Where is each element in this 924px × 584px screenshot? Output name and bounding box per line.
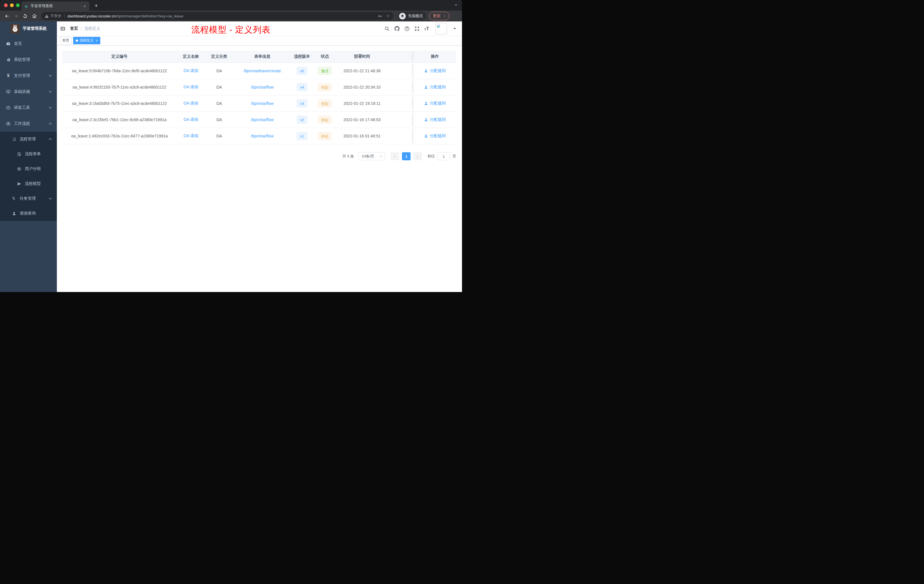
form-link[interactable]: /bpm/oa/flow [251, 134, 274, 138]
definition-name-link[interactable]: OA 请假 [183, 68, 198, 73]
browser-tab[interactable]: 芋道管理系统 × [21, 2, 89, 11]
github-icon[interactable] [394, 26, 400, 31]
assign-rule-button[interactable]: 分配规则 [424, 134, 446, 139]
sidebar-logo[interactable]: 芋道管理系统 [0, 21, 57, 36]
filler-cell [387, 112, 413, 128]
sidebar-item-label: 流程管理 [20, 137, 36, 142]
goto-page-input[interactable] [437, 152, 450, 160]
filler-cell [387, 63, 413, 79]
prev-page-button[interactable]: ‹ [391, 152, 399, 160]
definition-name-link[interactable]: OA 请假 [183, 117, 198, 122]
pagination: 共 5 条 10条/页 ‹ 1 › 前往 页 [62, 152, 456, 160]
zoom-window-button[interactable] [16, 3, 20, 7]
workflow-submenu: 流程管理 流程表单 用户分组 [0, 132, 57, 221]
user-icon [424, 85, 428, 89]
definition-name-link[interactable]: OA 请假 [183, 134, 198, 139]
page-number-button[interactable]: 1 [402, 152, 411, 160]
sidebar-collapse-icon[interactable] [60, 26, 66, 31]
caret-down-icon[interactable] [453, 27, 456, 30]
form-link[interactable]: /bpm/oa/flow [251, 117, 274, 122]
form-link[interactable]: /bpm/oa/leave/create [244, 69, 281, 73]
filler-cell [387, 128, 413, 144]
version-badge: v4 [297, 83, 307, 91]
back-icon[interactable] [3, 12, 11, 20]
tag-process-definition[interactable]: 流程定义 × [73, 37, 100, 44]
sidebar: 芋道管理系统 首页 系统管理 ¥ 支付管理 [0, 21, 57, 292]
filler-cell [387, 96, 413, 111]
avatar[interactable] [436, 23, 447, 34]
new-tab-button[interactable]: + [93, 2, 100, 11]
column-header: 表单信息 [233, 51, 291, 63]
assign-rule-button[interactable]: 分配规则 [424, 68, 446, 73]
address-bar[interactable]: 不安全 dashboard.yudao.iocoder.cn/bpm/manag… [41, 12, 393, 20]
sidebar-item-leave-query[interactable]: 请假查询 [0, 206, 57, 221]
sidebar-item-workflow[interactable]: 工作流程 [0, 116, 57, 132]
sidebar-item-label: 研发工具 [14, 105, 30, 110]
tab-close-icon[interactable]: × [82, 4, 87, 8]
table-row: oa_leave:1:482ec033-762a-11ec-8477-a2380… [62, 128, 456, 144]
search-icon[interactable] [384, 26, 390, 31]
sidebar-item-task-management[interactable]: 任务管理 [0, 191, 57, 206]
minimize-window-button[interactable] [10, 3, 14, 7]
url-text[interactable]: dashboard.yudao.iocoder.cn/bpm/manager/d… [68, 14, 375, 18]
browser-tab-strip: 芋道管理系统 × + [0, 0, 462, 11]
sidebar-item-label: 流程表单 [25, 152, 41, 157]
definition-id: oa_leave:1:482ec033-762a-11ec-8477-a2380… [62, 128, 177, 144]
version-badge: v2 [297, 116, 307, 124]
sidebar-item-process-model[interactable]: 流程模型 [0, 176, 57, 191]
page-unit-label: 页 [452, 154, 456, 159]
assign-rule-button[interactable]: 分配规则 [424, 101, 446, 106]
help-icon[interactable] [404, 26, 410, 31]
sidebar-item-infrastructure[interactable]: 基础设施 [0, 84, 57, 100]
version-badge: v3 [297, 99, 307, 107]
sidebar-item-label: 工作流程 [14, 121, 30, 126]
forward-icon[interactable] [12, 12, 20, 20]
close-window-button[interactable] [4, 3, 8, 7]
tag-home[interactable]: 首页 [60, 37, 72, 44]
sidebar-item-process-form[interactable]: 流程表单 [0, 147, 57, 162]
status-badge: 挂起 [318, 99, 332, 107]
next-page-button[interactable]: › [413, 152, 422, 160]
tag-close-icon[interactable]: × [96, 39, 98, 43]
sidebar-item-user-group[interactable]: 用户分组 [0, 162, 57, 176]
form-link[interactable]: /bpm/oa/flow [251, 85, 274, 89]
home-icon[interactable] [30, 12, 38, 20]
font-size-icon[interactable]: TT [424, 26, 429, 31]
page-size-value: 10条/页 [362, 154, 374, 159]
tab-search-chevron-icon[interactable] [454, 3, 458, 7]
breadcrumb-home[interactable]: 首页 [70, 26, 78, 31]
sidebar-item-payment[interactable]: ¥ 支付管理 [0, 68, 57, 84]
active-tag-dot [76, 40, 78, 42]
pagination-total: 共 5 条 [343, 154, 354, 159]
deploy-time: 2022-01-22 19:19:11 [337, 96, 387, 111]
sidebar-item-system[interactable]: 系统管理 [0, 52, 57, 68]
column-header-filler [387, 51, 413, 63]
filler-cell [387, 79, 413, 95]
bookmark-star-icon[interactable]: ☆ [386, 14, 390, 18]
column-header: 定义名称 [177, 51, 205, 63]
user-group-face-icon [17, 167, 21, 171]
navbar-actions: TT [384, 23, 456, 34]
definition-name-link[interactable]: OA 请假 [183, 101, 198, 106]
table-header-row: 定义编号 定义名称 定义分类 表单信息 流程版本 状态 部署时间 操作 [62, 51, 456, 63]
definition-table: 定义编号 定义名称 定义分类 表单信息 流程版本 状态 部署时间 操作 oa_l… [62, 51, 456, 144]
definition-name-link[interactable]: OA 请假 [183, 84, 198, 90]
tab-title: 芋道管理系统 [31, 3, 82, 8]
security-warning[interactable]: 不安全 [45, 13, 61, 18]
browser-update-menu-button[interactable]: 更新 ⋮ [429, 12, 449, 20]
logo-rabbit-image [10, 24, 20, 33]
user-icon [424, 118, 428, 122]
sidebar-item-process-management[interactable]: 流程管理 [0, 132, 57, 147]
form-link[interactable]: /bpm/oa/flow [251, 101, 274, 106]
sidebar-item-home[interactable]: 首页 [0, 36, 57, 52]
assign-rule-button[interactable]: 分配规则 [424, 84, 446, 90]
org-tree-icon [12, 196, 16, 201]
definition-id: oa_leave:5:004b710b-7b8a-11ec-8ef0-acde4… [62, 63, 177, 79]
page-size-select[interactable]: 10条/页 [358, 152, 385, 160]
password-key-icon[interactable] [378, 14, 383, 18]
sidebar-item-dev-tools[interactable]: 研发工具 [0, 100, 57, 116]
assign-rule-button[interactable]: 分配规则 [424, 117, 446, 122]
fullscreen-icon[interactable] [414, 26, 420, 31]
reload-icon[interactable] [21, 12, 29, 20]
briefcase-icon [6, 121, 11, 126]
